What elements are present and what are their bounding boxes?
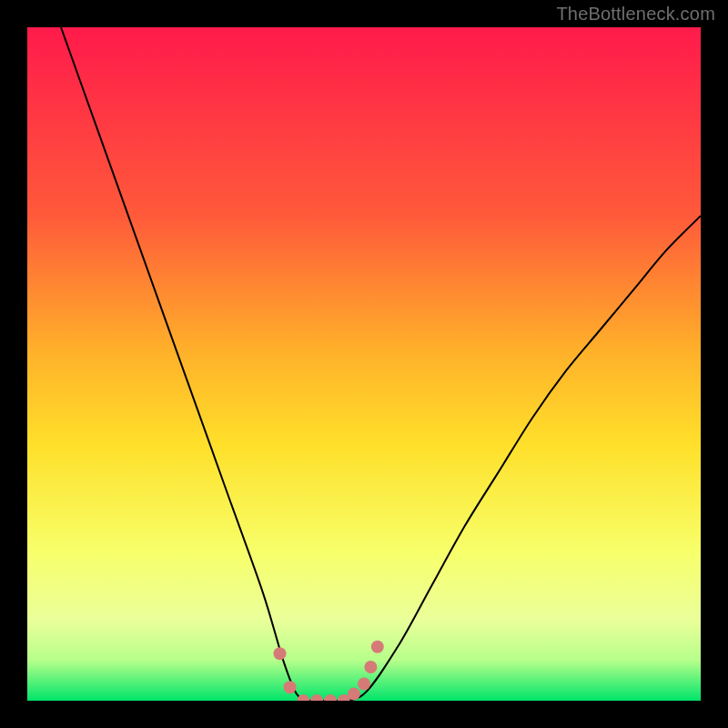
marker-dot bbox=[284, 681, 297, 693]
watermark-text: TheBottleneck.com bbox=[556, 4, 715, 25]
marker-dot bbox=[348, 688, 360, 701]
bottleneck-chart bbox=[0, 0, 728, 728]
plot-background bbox=[27, 27, 701, 701]
marker-dot bbox=[297, 694, 309, 707]
chart-frame: TheBottleneck.com bbox=[0, 0, 728, 728]
marker-dot bbox=[310, 694, 323, 707]
marker-dot bbox=[364, 661, 377, 673]
marker-dot bbox=[274, 647, 287, 660]
marker-dot bbox=[358, 678, 370, 691]
marker-dot bbox=[371, 641, 384, 653]
marker-dot bbox=[324, 694, 337, 707]
